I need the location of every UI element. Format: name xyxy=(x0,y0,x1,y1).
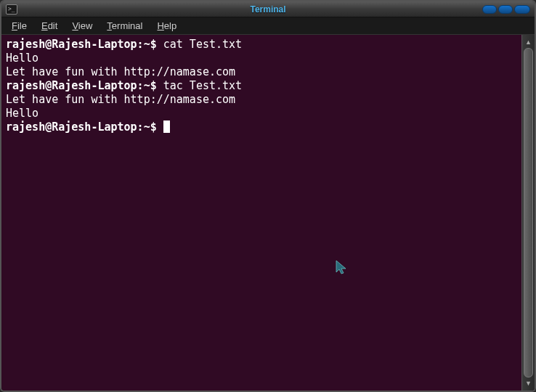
terminal-line: rajesh@Rajesh-Laptop:~$ xyxy=(6,121,517,134)
terminal-icon: >_ xyxy=(6,4,17,15)
terminal-area[interactable]: rajesh@Rajesh-Laptop:~$ cat Test.txt Hel… xyxy=(1,35,521,391)
terminal-window: >_ Terminal File Edit View Terminal Help… xyxy=(0,0,536,392)
menubar: File Edit View Terminal Help xyxy=(1,17,535,35)
menu-edit[interactable]: Edit xyxy=(36,19,63,33)
mouse-cursor-icon xyxy=(336,260,350,277)
terminal-container: rajesh@Rajesh-Laptop:~$ cat Test.txt Hel… xyxy=(1,35,535,391)
titlebar[interactable]: >_ Terminal xyxy=(1,1,535,17)
terminal-line: rajesh@Rajesh-Laptop:~$ tac Test.txt xyxy=(6,79,517,93)
scrollbar-thumb[interactable] xyxy=(524,48,533,377)
scroll-up-icon[interactable]: ▲ xyxy=(522,36,535,48)
window-controls xyxy=(482,5,530,14)
prompt: rajesh@Rajesh-Laptop:~$ xyxy=(6,121,163,134)
close-button[interactable] xyxy=(514,5,530,14)
window-title: Terminal xyxy=(250,4,285,15)
menu-terminal[interactable]: Terminal xyxy=(101,19,148,33)
menu-help[interactable]: Help xyxy=(151,19,182,33)
terminal-line: Let have fun with http://namase.com xyxy=(6,93,517,107)
prompt: rajesh@Rajesh-Laptop:~$ xyxy=(6,38,163,51)
scroll-down-icon[interactable]: ▼ xyxy=(522,377,535,389)
menu-view[interactable]: View xyxy=(66,19,98,33)
prompt: rajesh@Rajesh-Laptop:~$ xyxy=(6,79,163,92)
terminal-line: Hello xyxy=(6,52,517,65)
command-text: tac Test.txt xyxy=(163,79,242,92)
scrollbar-track[interactable] xyxy=(524,48,533,377)
minimize-button[interactable] xyxy=(482,5,497,14)
terminal-icon-glyph: >_ xyxy=(8,6,15,12)
terminal-line: Let have fun with http://namase.com xyxy=(6,65,517,79)
terminal-line: rajesh@Rajesh-Laptop:~$ cat Test.txt xyxy=(6,38,517,52)
cursor-block xyxy=(163,121,170,133)
terminal-line: Hello xyxy=(6,107,517,121)
maximize-button[interactable] xyxy=(498,5,513,14)
command-text: cat Test.txt xyxy=(163,38,242,51)
scrollbar[interactable]: ▲ ▼ xyxy=(521,35,535,391)
menu-file[interactable]: File xyxy=(6,19,33,33)
